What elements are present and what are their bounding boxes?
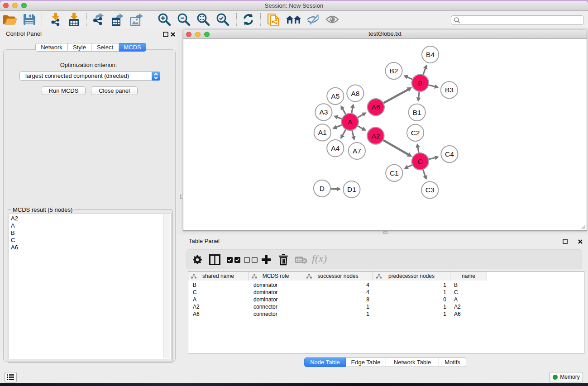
svg-text:C1: C1: [390, 169, 399, 177]
svg-text:D1: D1: [347, 186, 356, 193]
svg-text:A: A: [348, 118, 353, 126]
svg-text:D: D: [320, 185, 325, 192]
svg-text:A7: A7: [353, 147, 361, 155]
svg-text:C: C: [418, 157, 423, 165]
svg-text:A5: A5: [331, 92, 339, 100]
svg-text:A4: A4: [331, 144, 339, 152]
svg-text:B4: B4: [426, 51, 435, 58]
svg-text:A8: A8: [351, 90, 359, 97]
svg-text:A6: A6: [372, 103, 380, 111]
svg-text:C2: C2: [411, 129, 420, 137]
svg-text:C4: C4: [445, 150, 454, 158]
svg-text:A3: A3: [319, 108, 328, 116]
svg-text:A2: A2: [371, 132, 380, 140]
svg-text:B: B: [418, 79, 422, 87]
svg-text:C3: C3: [425, 186, 435, 194]
svg-text:B1: B1: [413, 109, 421, 116]
svg-text:A1: A1: [318, 129, 327, 136]
svg-text:B2: B2: [390, 67, 398, 75]
svg-text:B3: B3: [445, 86, 454, 94]
